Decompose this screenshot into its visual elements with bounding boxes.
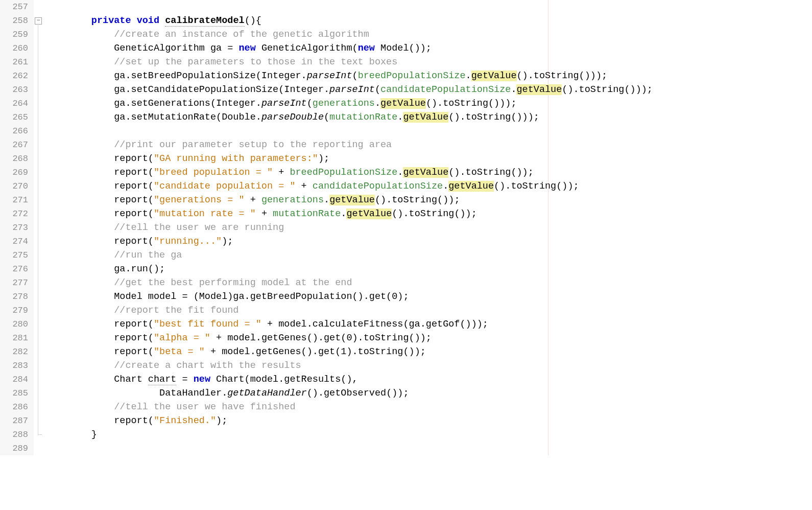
fold-gutter: − <box>34 14 43 28</box>
code-line[interactable]: 275 //run the ga <box>0 248 812 262</box>
line-number: 275 <box>0 248 34 262</box>
code-content[interactable]: } <box>43 428 812 442</box>
code-content[interactable]: //tell the user we are running <box>43 221 812 235</box>
line-number: 273 <box>0 221 34 235</box>
code-line[interactable]: 281 report("alpha = " + model.getGenes()… <box>0 331 812 345</box>
code-content[interactable]: ga.setMutationRate(Double.parseDouble(mu… <box>43 110 812 124</box>
code-line[interactable]: 269 report("breed population = " + breed… <box>0 166 812 179</box>
code-line[interactable]: 289 <box>0 442 812 455</box>
fold-gutter <box>34 428 43 442</box>
fold-gutter <box>34 345 43 359</box>
code-line[interactable]: 288 } <box>0 428 812 442</box>
fold-gutter <box>34 179 43 193</box>
search-highlight: getValue <box>403 112 448 123</box>
code-content[interactable]: //tell the user we have finished <box>43 400 812 414</box>
code-line[interactable]: 279 //report the fit found <box>0 304 812 317</box>
code-content[interactable]: report("alpha = " + model.getGenes().get… <box>43 331 812 345</box>
line-number: 272 <box>0 207 34 221</box>
code-content[interactable]: //print our parameter setup to the repor… <box>43 138 812 152</box>
code-line[interactable]: 257 <box>0 0 812 14</box>
code-line[interactable]: 266 <box>0 124 812 138</box>
fold-gutter <box>34 69 43 83</box>
code-line[interactable]: 284 Chart chart = new Chart(model.getRes… <box>0 373 812 386</box>
code-content[interactable]: ga.setCandidatePopulationSize(Integer.pa… <box>43 83 812 97</box>
code-content[interactable]: report("GA running with parameters:"); <box>43 152 812 166</box>
code-content[interactable] <box>43 0 812 14</box>
line-number: 280 <box>0 317 34 331</box>
code-content[interactable]: report("candidate population = " + candi… <box>43 179 812 193</box>
code-content[interactable]: ga.run(); <box>43 262 812 276</box>
code-line[interactable]: 271 report("generations = " + generation… <box>0 193 812 207</box>
code-line[interactable]: 280 report("best fit found = " + model.c… <box>0 317 812 331</box>
line-number: 286 <box>0 400 34 414</box>
search-highlight: getValue <box>516 84 562 95</box>
code-line[interactable]: 268 report("GA running with parameters:"… <box>0 152 812 166</box>
line-number: 271 <box>0 193 34 207</box>
code-line[interactable]: 272 report("mutation rate = " + mutation… <box>0 207 812 221</box>
code-line[interactable]: 263 ga.setCandidatePopulationSize(Intege… <box>0 83 812 97</box>
fold-collapse-icon[interactable]: − <box>35 17 42 25</box>
fold-gutter <box>34 221 43 235</box>
code-content[interactable]: private void calibrateModel(){ <box>43 14 812 28</box>
fold-gutter <box>34 317 43 331</box>
code-content[interactable]: //run the ga <box>43 248 812 262</box>
code-content[interactable]: report("Finished."); <box>43 414 812 428</box>
code-content[interactable]: report("breed population = " + breedPopu… <box>43 166 812 179</box>
code-content[interactable]: report("generations = " + generations.ge… <box>43 193 812 207</box>
code-line[interactable]: 282 report("beta = " + model.getGenes().… <box>0 345 812 359</box>
code-line[interactable]: 276 ga.run(); <box>0 262 812 276</box>
code-content[interactable]: report("beta = " + model.getGenes().get(… <box>43 345 812 359</box>
code-content[interactable]: ga.setGenerations(Integer.parseInt(gener… <box>43 97 812 110</box>
code-line[interactable]: 287 report("Finished."); <box>0 414 812 428</box>
fold-gutter <box>34 124 43 138</box>
fold-gutter <box>34 373 43 386</box>
code-content[interactable]: Model model = (Model)ga.getBreedPopulati… <box>43 290 812 304</box>
fold-gutter <box>34 359 43 373</box>
code-content[interactable]: report("best fit found = " + model.calcu… <box>43 317 812 331</box>
code-line[interactable]: 285 DataHandler.getDataHandler().getObse… <box>0 386 812 400</box>
line-number: 278 <box>0 290 34 304</box>
code-line[interactable]: 258− private void calibrateModel(){ <box>0 14 812 28</box>
code-content[interactable]: report("running..."); <box>43 235 812 248</box>
code-content[interactable]: //get the best performing model at the e… <box>43 276 812 290</box>
code-content[interactable]: ga.setBreedPopulationSize(Integer.parseI… <box>43 69 812 83</box>
code-content[interactable]: report("mutation rate = " + mutationRate… <box>43 207 812 221</box>
line-number: 260 <box>0 41 34 55</box>
code-content[interactable]: //set up the parameters to those in the … <box>43 55 812 69</box>
line-number: 281 <box>0 331 34 345</box>
line-number: 257 <box>0 0 34 14</box>
code-line[interactable]: 260 GeneticAlgorithm ga = new GeneticAlg… <box>0 41 812 55</box>
line-number: 258 <box>0 14 34 28</box>
code-line[interactable]: 274 report("running..."); <box>0 235 812 248</box>
fold-gutter <box>34 442 43 455</box>
fold-gutter <box>34 28 43 41</box>
code-line[interactable]: 286 //tell the user we have finished <box>0 400 812 414</box>
line-number: 262 <box>0 69 34 83</box>
code-line[interactable]: 264 ga.setGenerations(Integer.parseInt(g… <box>0 97 812 110</box>
code-line[interactable]: 278 Model model = (Model)ga.getBreedPopu… <box>0 290 812 304</box>
code-line[interactable]: 267 //print our parameter setup to the r… <box>0 138 812 152</box>
line-number: 266 <box>0 124 34 138</box>
code-content[interactable]: //report the fit found <box>43 304 812 317</box>
code-editor[interactable]: 257258− private void calibrateModel(){25… <box>0 0 812 455</box>
fold-gutter <box>34 207 43 221</box>
line-number: 259 <box>0 28 34 41</box>
code-line[interactable]: 261 //set up the parameters to those in … <box>0 55 812 69</box>
code-content[interactable] <box>43 124 812 138</box>
code-content[interactable]: //create an instance of the genetic algo… <box>43 28 812 41</box>
fold-gutter <box>34 0 43 14</box>
code-content[interactable]: GeneticAlgorithm ga = new GeneticAlgorit… <box>43 41 812 55</box>
fold-gutter <box>34 83 43 97</box>
code-content[interactable]: Chart chart = new Chart(model.getResults… <box>43 373 812 386</box>
code-line[interactable]: 265 ga.setMutationRate(Double.parseDoubl… <box>0 110 812 124</box>
code-line[interactable]: 270 report("candidate population = " + c… <box>0 179 812 193</box>
code-line[interactable]: 262 ga.setBreedPopulationSize(Integer.pa… <box>0 69 812 83</box>
code-line[interactable]: 277 //get the best performing model at t… <box>0 276 812 290</box>
code-line[interactable]: 283 //create a chart with the results <box>0 359 812 373</box>
code-content[interactable]: //create a chart with the results <box>43 359 812 373</box>
code-line[interactable]: 259 //create an instance of the genetic … <box>0 28 812 41</box>
code-line[interactable]: 273 //tell the user we are running <box>0 221 812 235</box>
code-content[interactable] <box>43 442 812 455</box>
code-content[interactable]: DataHandler.getDataHandler().getObserved… <box>43 386 812 400</box>
fold-gutter <box>34 138 43 152</box>
